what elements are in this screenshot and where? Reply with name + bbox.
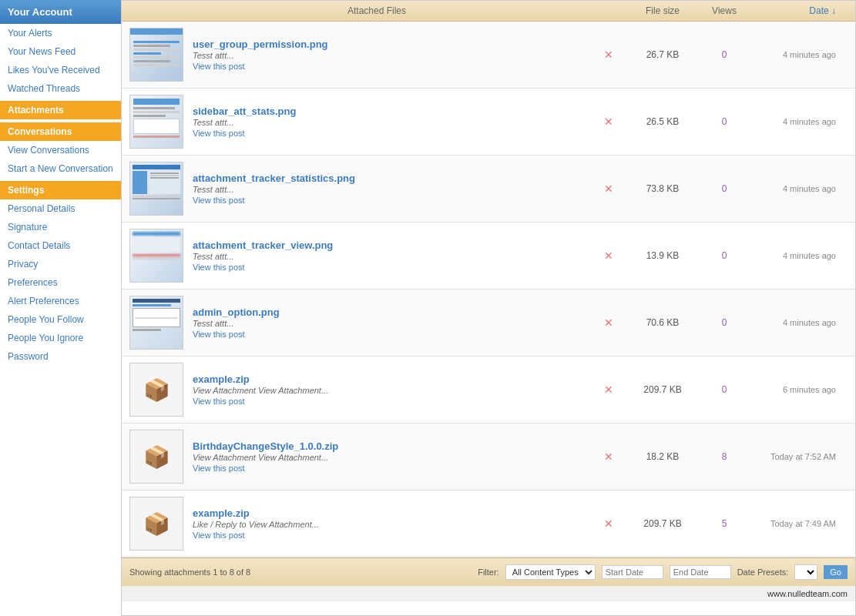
file-views: 0: [701, 116, 747, 127]
watermark: www.nulledteam.com: [122, 586, 855, 601]
file-date: 4 minutes ago: [747, 117, 848, 126]
file-info: admin_option.png Tesst attt... View this…: [193, 306, 593, 340]
file-size: 26.7 KB: [624, 49, 701, 60]
file-views: 5: [701, 518, 747, 529]
file-views: 0: [701, 317, 747, 328]
file-thumbnail: [129, 229, 183, 283]
delete-icon[interactable]: ✕: [593, 517, 624, 530]
file-size: 209.7 KB: [624, 384, 701, 395]
view-post-link[interactable]: View this post: [193, 196, 245, 205]
sidebar-header: Your Account: [0, 0, 121, 24]
file-name-link[interactable]: attachment_tracker_statistics.png: [193, 172, 355, 184]
table-footer: Showing attachments 1 to 8 of 8 Filter: …: [122, 557, 855, 586]
file-name-link[interactable]: BirthdayChangeStyle_1.0.0.zip: [193, 440, 338, 452]
table-row: user_group_permission.png Tesst attt... …: [122, 22, 855, 89]
sidebar-item-preferences[interactable]: Preferences: [0, 273, 121, 292]
sidebar-item-people-ignore[interactable]: People You Ignore: [0, 329, 121, 347]
col-header-filesize: File size: [624, 5, 701, 16]
sidebar-item-new-conversation[interactable]: Start a New Conversation: [0, 159, 121, 178]
file-info: BirthdayChangeStyle_1.0.0.zip View Attac…: [193, 440, 593, 474]
view-post-link[interactable]: View this post: [193, 62, 245, 71]
sidebar-item-privacy[interactable]: Privacy: [0, 255, 121, 273]
sidebar-section-attachments[interactable]: Attachments: [0, 101, 121, 119]
file-name-link[interactable]: attachment_tracker_view.png: [193, 239, 333, 251]
file-info: attachment_tracker_view.png Tesst attt..…: [193, 239, 593, 273]
sidebar-item-password[interactable]: Password: [0, 347, 121, 366]
view-post-link[interactable]: View this post: [193, 330, 245, 339]
file-thumbnail: 📦: [129, 497, 183, 551]
sidebar-item-alerts[interactable]: Your Alerts: [0, 24, 121, 42]
file-size: 70.6 KB: [624, 317, 701, 328]
delete-icon[interactable]: ✕: [593, 49, 624, 61]
sidebar-item-newsfeed[interactable]: Your News Feed: [0, 42, 121, 61]
sidebar-item-alert-preferences[interactable]: Alert Preferences: [0, 292, 121, 310]
file-thumbnail: [129, 296, 183, 350]
file-name-link[interactable]: user_group_permission.png: [193, 38, 328, 50]
sidebar-item-likes[interactable]: Likes You've Received: [0, 61, 121, 79]
sidebar-item-signature[interactable]: Signature: [0, 218, 121, 236]
delete-icon[interactable]: ✕: [593, 249, 624, 262]
sidebar-item-view-conversations[interactable]: View Conversations: [0, 141, 121, 159]
file-date: 4 minutes ago: [747, 251, 848, 260]
sidebar-section-settings: Settings: [0, 181, 121, 199]
file-views: 0: [701, 183, 747, 194]
go-button[interactable]: Go: [824, 565, 848, 579]
filter-label: Filter:: [478, 567, 499, 577]
col-header-files: Attached Files: [129, 5, 624, 16]
sidebar-item-personal-details[interactable]: Personal Details: [0, 199, 121, 218]
file-info: example.zip View Attachment View Attachm…: [193, 373, 593, 407]
file-size: 209.7 KB: [624, 518, 701, 529]
col-header-date[interactable]: Date ↓: [747, 5, 848, 16]
table-row: 📦 BirthdayChangeStyle_1.0.0.zip View Att…: [122, 424, 855, 490]
content-type-filter[interactable]: All Content Types Images ZIP Files: [505, 564, 596, 580]
file-name-link[interactable]: example.zip: [193, 373, 250, 385]
date-presets-label: Date Presets:: [737, 567, 789, 577]
file-size: 18.2 KB: [624, 451, 701, 462]
end-date-input[interactable]: [670, 565, 731, 579]
file-thumbnail: [129, 28, 183, 82]
delete-icon[interactable]: ✕: [593, 116, 624, 128]
table-row: 📦 example.zip Like / Reply to View Attac…: [122, 490, 855, 557]
start-date-input[interactable]: [602, 565, 663, 579]
pagination-info: Showing attachments 1 to 8 of 8: [129, 567, 472, 577]
file-name-link[interactable]: admin_option.png: [193, 306, 280, 318]
file-info: attachment_tracker_statistics.png Tesst …: [193, 172, 593, 206]
table-header: Attached Files File size Views Date ↓: [122, 1, 855, 22]
view-post-link[interactable]: View this post: [193, 464, 245, 473]
file-thumbnail: [129, 95, 183, 149]
file-size: 26.5 KB: [624, 116, 701, 127]
table-row: attachment_tracker_view.png Tesst attt..…: [122, 223, 855, 290]
file-description: Tesst attt...: [193, 252, 233, 261]
table-row: 📦 example.zip View Attachment View Attac…: [122, 357, 855, 424]
file-description: Tesst attt...: [193, 51, 233, 60]
file-description: Like / Reply to View Attachment...: [193, 520, 319, 529]
date-presets-select[interactable]: [794, 564, 817, 580]
sidebar-item-contact-details[interactable]: Contact Details: [0, 236, 121, 255]
view-post-link[interactable]: View this post: [193, 263, 245, 272]
file-name-link[interactable]: example.zip: [193, 507, 250, 519]
col-header-views: Views: [701, 5, 747, 16]
file-name-link[interactable]: sidebar_att_stats.png: [193, 105, 296, 117]
view-post-link[interactable]: View this post: [193, 531, 245, 540]
sidebar-item-watched[interactable]: Watched Threads: [0, 79, 121, 98]
view-post-link[interactable]: View this post: [193, 129, 245, 138]
sidebar-item-people-follow[interactable]: People You Follow: [0, 310, 121, 329]
delete-icon[interactable]: ✕: [593, 450, 624, 463]
sidebar-section-conversations: Conversations: [0, 122, 121, 141]
table-row: sidebar_att_stats.png Tesst attt... View…: [122, 89, 855, 156]
file-thumbnail: 📦: [129, 430, 183, 484]
delete-icon[interactable]: ✕: [593, 182, 624, 195]
file-description: View Attachment View Attachment...: [193, 453, 328, 462]
file-description: Tesst attt...: [193, 185, 233, 194]
view-post-link[interactable]: View this post: [193, 397, 245, 406]
delete-icon[interactable]: ✕: [593, 383, 624, 396]
file-size: 13.9 KB: [624, 250, 701, 261]
file-views: 0: [701, 384, 747, 395]
file-description: Tesst attt...: [193, 319, 233, 328]
file-views: 0: [701, 49, 747, 60]
file-date: 4 minutes ago: [747, 184, 848, 193]
delete-icon[interactable]: ✕: [593, 316, 624, 329]
file-description: Tesst attt...: [193, 118, 233, 127]
file-info: sidebar_att_stats.png Tesst attt... View…: [193, 105, 593, 139]
file-views: 8: [701, 451, 747, 462]
